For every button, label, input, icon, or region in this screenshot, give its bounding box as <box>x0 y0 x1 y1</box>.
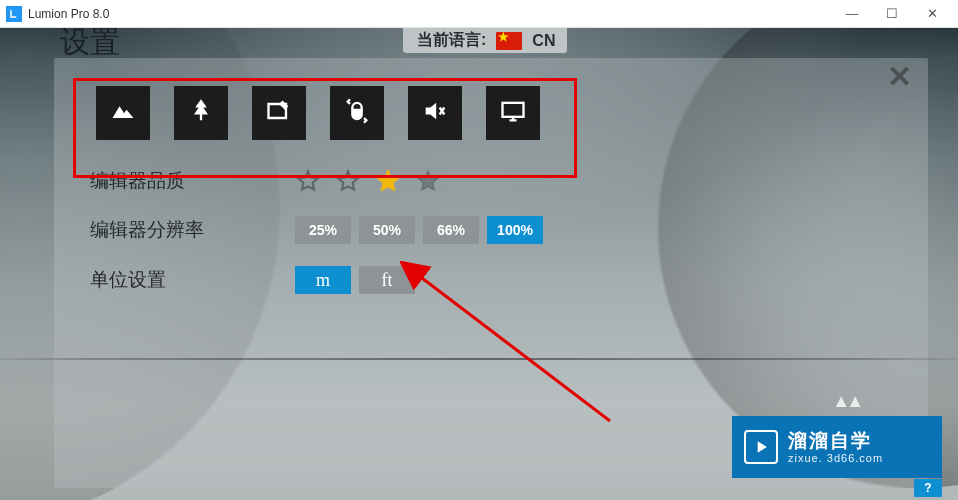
unit-options: m ft <box>295 266 415 294</box>
tab-terrain[interactable] <box>96 86 150 140</box>
tab-display[interactable] <box>486 86 540 140</box>
watermark-card: 溜溜自学 zixue. 3d66.com <box>732 416 942 478</box>
row-editor-quality: 编辑器品质 <box>90 168 894 194</box>
unit-m[interactable]: m <box>295 266 351 294</box>
window-title: Lumion Pro 8.0 <box>28 7 109 21</box>
star-3[interactable] <box>375 168 401 194</box>
star-1[interactable] <box>295 168 321 194</box>
app-icon <box>6 6 22 22</box>
settings-tabs <box>96 86 894 140</box>
svg-rect-0 <box>503 103 524 117</box>
star-2[interactable] <box>335 168 361 194</box>
maximize-button[interactable]: ☐ <box>872 3 912 25</box>
tablet-edit-icon <box>265 97 293 129</box>
language-label: 当前语言: <box>417 30 486 51</box>
watermark-sub: zixue. 3d66.com <box>788 452 883 465</box>
resolution-66[interactable]: 66% <box>423 216 479 244</box>
flag-cn-icon <box>496 32 522 50</box>
stage: 设置 当前语言: CN ✕ <box>0 28 958 500</box>
label-editor-resolution: 编辑器分辨率 <box>90 217 295 243</box>
resolution-100[interactable]: 100% <box>487 216 543 244</box>
resolution-50[interactable]: 50% <box>359 216 415 244</box>
help-button[interactable]: ? <box>914 479 942 497</box>
tab-audio[interactable] <box>408 86 462 140</box>
close-window-button[interactable]: ✕ <box>912 3 952 25</box>
mute-icon <box>421 97 449 129</box>
monitor-icon <box>499 97 527 129</box>
watermark-brand: 溜溜自学 <box>788 430 883 452</box>
terrain-icon <box>109 97 137 129</box>
mouse-rotate-icon <box>343 97 371 129</box>
tab-tablet[interactable] <box>252 86 306 140</box>
tab-foliage[interactable] <box>174 86 228 140</box>
tree-icon <box>187 97 215 129</box>
star-4[interactable] <box>415 168 441 194</box>
resolution-25[interactable]: 25% <box>295 216 351 244</box>
language-code: CN <box>532 32 555 50</box>
label-editor-quality: 编辑器品质 <box>90 168 295 194</box>
tab-mouse-invert[interactable] <box>330 86 384 140</box>
quality-stars <box>295 168 441 194</box>
minimize-button[interactable]: — <box>832 3 872 25</box>
row-editor-resolution: 编辑器分辨率 25% 50% 66% 100% <box>90 216 894 244</box>
decorative-mark: ▲▲ <box>832 391 860 412</box>
titlebar: Lumion Pro 8.0 — ☐ ✕ <box>0 0 958 28</box>
watermark-logo-icon <box>744 430 778 464</box>
close-panel-button[interactable]: ✕ <box>887 62 912 92</box>
label-units: 单位设置 <box>90 267 295 293</box>
language-selector[interactable]: 当前语言: CN <box>403 28 567 53</box>
resolution-options: 25% 50% 66% 100% <box>295 216 543 244</box>
unit-ft[interactable]: ft <box>359 266 415 294</box>
row-units: 单位设置 m ft <box>90 266 894 294</box>
